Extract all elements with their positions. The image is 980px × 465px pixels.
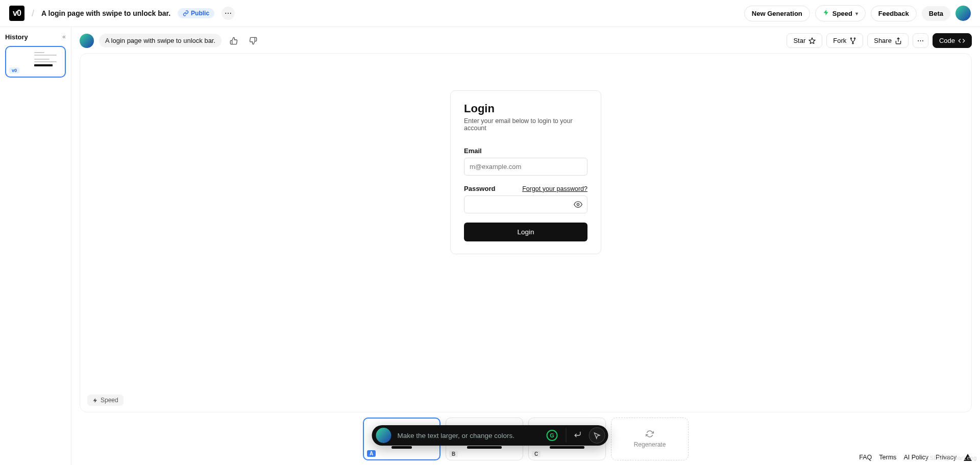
canvas-section: A login page with swipe to unlock bar. S… [71, 27, 980, 465]
variant-a-letter: A [367, 450, 376, 457]
toggle-password-button[interactable] [574, 200, 582, 211]
speed-dropdown[interactable]: Speed ▾ [815, 5, 866, 21]
variant-c-letter: C [532, 451, 541, 457]
history-thumb-preview [34, 52, 61, 66]
thumbs-down-button[interactable] [246, 34, 260, 48]
share-icon [895, 37, 902, 44]
code-icon [958, 37, 965, 44]
preview-frame: Login Enter your email below to login to… [80, 53, 972, 412]
footer-links: FAQ Terms AI Policy Privacy [859, 454, 972, 461]
svg-point-2 [854, 38, 855, 39]
variant-b-letter: B [449, 451, 458, 457]
fork-label: Fork [833, 37, 846, 44]
password-input[interactable] [464, 195, 587, 213]
prompt-bar: G [372, 425, 608, 446]
thumbs-up-icon [230, 37, 238, 45]
collapse-sidebar-button[interactable]: « [62, 33, 66, 40]
svg-point-1 [851, 38, 852, 39]
login-card: Login Enter your email below to login to… [450, 90, 601, 254]
star-icon [808, 37, 816, 44]
enter-icon [574, 430, 582, 438]
new-generation-button[interactable]: New Generation [744, 6, 810, 21]
top-bar-left: v0 / A login page with swipe to unlock b… [9, 6, 235, 21]
code-label: Code [939, 37, 955, 44]
chevron-down-icon: ▾ [855, 11, 858, 16]
user-avatar[interactable] [955, 6, 971, 21]
terms-link[interactable]: Terms [879, 454, 896, 461]
sidebar: History « v0 [0, 27, 71, 465]
canvas-header-right: Star Fork Share ⋯ Code [787, 33, 972, 48]
prompt-divider [566, 428, 567, 443]
fork-icon [849, 37, 856, 44]
login-subtitle: Enter your email below to login to your … [464, 117, 587, 132]
eye-icon [574, 200, 582, 209]
email-label: Email [464, 147, 587, 155]
link-icon [183, 10, 189, 16]
feedback-button[interactable]: Feedback [871, 6, 917, 21]
project-title: A login page with swipe to unlock bar. [41, 9, 170, 17]
code-button[interactable]: Code [933, 33, 972, 48]
more-actions-button[interactable]: ⋯ [913, 33, 928, 48]
bolt-icon [92, 398, 98, 403]
element-picker-button[interactable] [589, 427, 605, 444]
prompt-avatar [80, 34, 94, 48]
canvas-header-left: A login page with swipe to unlock bar. [80, 34, 260, 48]
share-label: Share [874, 37, 892, 44]
fork-button[interactable]: Fork [826, 33, 863, 48]
canvas-header: A login page with swipe to unlock bar. S… [80, 33, 972, 48]
top-bar: v0 / A login page with swipe to unlock b… [0, 0, 980, 27]
thumbs-up-button[interactable] [227, 34, 241, 48]
top-bar-right: New Generation Speed ▾ Feedback Beta [744, 5, 971, 21]
star-label: Star [793, 37, 805, 44]
password-label: Password [464, 185, 495, 192]
svg-point-3 [852, 42, 853, 43]
more-menu-button[interactable]: ⋯ [222, 7, 235, 20]
beta-badge[interactable]: Beta [922, 6, 950, 21]
history-heading: History [5, 33, 66, 41]
refresh-icon [646, 430, 654, 438]
history-thumb-badge: v0 [9, 67, 19, 74]
login-submit-button[interactable]: Login [464, 223, 587, 241]
public-badge[interactable]: Public [178, 8, 214, 18]
login-title: Login [464, 102, 587, 115]
privacy-link[interactable]: Privacy [936, 454, 957, 461]
logo[interactable]: v0 [9, 6, 24, 21]
bolt-icon [823, 9, 829, 17]
slash-divider: / [32, 8, 34, 19]
ai-policy-link[interactable]: AI Policy [903, 454, 928, 461]
warning-icon[interactable] [964, 454, 972, 461]
speed-tag: Speed [87, 395, 124, 406]
prompt-chip: A login page with swipe to unlock bar. [99, 34, 222, 47]
submit-prompt-button[interactable] [571, 430, 585, 440]
regenerate-button[interactable]: Regenerate [611, 418, 689, 460]
share-button[interactable]: Share [867, 33, 909, 48]
star-button[interactable]: Star [787, 33, 822, 48]
cursor-icon [593, 432, 601, 439]
main-area: History « v0 A login page with swipe to … [0, 27, 980, 465]
thumbs-down-icon [249, 37, 257, 45]
history-thumbnail[interactable]: v0 [5, 46, 66, 78]
forgot-password-link[interactable]: Forgot your password? [522, 185, 587, 192]
prompt-bar-avatar[interactable] [376, 428, 391, 443]
speed-tag-label: Speed [101, 397, 118, 404]
svg-point-5 [577, 203, 579, 205]
grammarly-icon[interactable]: G [547, 430, 558, 441]
speed-label: Speed [832, 10, 852, 17]
regenerate-label: Regenerate [634, 441, 666, 448]
faq-link[interactable]: FAQ [859, 454, 872, 461]
svg-marker-0 [809, 38, 815, 43]
public-label: Public [191, 10, 209, 17]
email-input[interactable] [464, 158, 587, 176]
prompt-input[interactable] [394, 432, 547, 439]
